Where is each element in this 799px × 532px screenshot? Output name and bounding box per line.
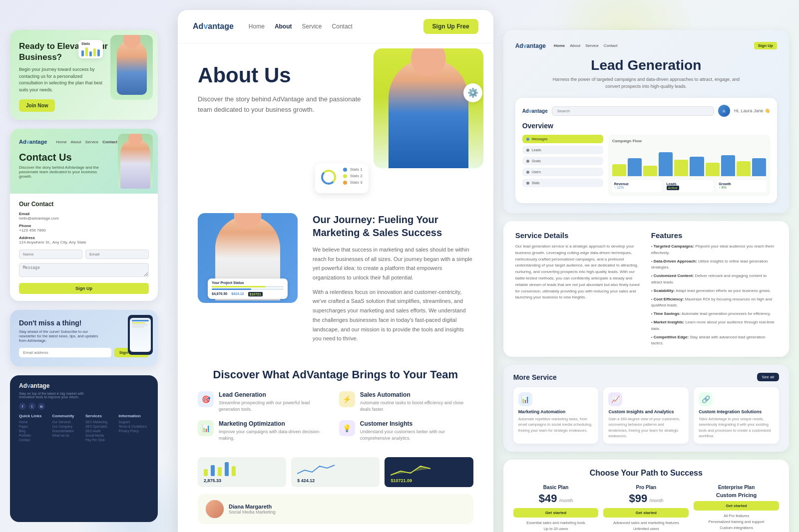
footer-link-privacy[interactable]: Privacy Policy xyxy=(119,429,149,433)
footer-link-blog[interactable]: Blog xyxy=(19,429,49,433)
feature-insights-name: Customer Insights xyxy=(360,420,473,427)
footer-link-pay-per-click[interactable]: Pay Per Click xyxy=(85,438,116,442)
center-nav-links: Home About Service Contact xyxy=(249,23,353,30)
dashboard-bar-2 xyxy=(212,288,284,290)
dashboard-search-input[interactable] xyxy=(552,106,714,116)
journey-section: Your Project Status $4,870.50 $424.12 $1… xyxy=(178,203,493,358)
sidebar-dot-goals xyxy=(526,160,529,163)
lead-gen-nav-contact[interactable]: Contact xyxy=(604,43,618,48)
bar-8 xyxy=(721,155,735,176)
footer-link-contact[interactable]: Contact xyxy=(19,438,49,442)
footer-link-our-services[interactable]: Our Services xyxy=(52,420,83,424)
address-detail: Address 124 Anywhere St., Any City, Any … xyxy=(19,236,149,245)
dashboard-chart-area: Campaign Flow xyxy=(608,135,770,196)
footer-link-documentation[interactable]: Documentation xyxy=(52,429,83,433)
contact-submit-btn[interactable]: Sign Up xyxy=(19,283,149,294)
journey-dashboard-card: Your Project Status $4,870.50 $424.12 $1… xyxy=(208,278,288,299)
center-column: Advantage Home About Service Contact Sig… xyxy=(178,10,493,532)
center-nav-about[interactable]: About xyxy=(275,23,292,30)
lead-gen-nav-home[interactable]: Home xyxy=(554,43,565,48)
lead-gen-subtitle: Harness the power of targeted campaigns … xyxy=(546,76,746,90)
footer-link-seo-audit[interactable]: SEO Audit xyxy=(85,429,116,433)
bar-3 xyxy=(643,166,657,176)
phone-value: +123 456 7890 xyxy=(19,228,149,233)
see-all-button[interactable]: See all xyxy=(757,373,779,381)
sidebar-goals[interactable]: Goals xyxy=(522,157,603,165)
nav-contact-active[interactable]: Contact xyxy=(102,140,117,144)
dashboard-logo: Advantage xyxy=(522,108,548,114)
lead-gen-logo: Advantage xyxy=(515,42,546,49)
footer-link-social-media[interactable]: Social Media xyxy=(85,434,116,437)
dashboard-stat-2: $424.12 xyxy=(231,292,244,296)
contact-nav-links: Home About Service Contact xyxy=(56,140,117,144)
footer-link-home[interactable]: Home xyxy=(19,420,49,424)
more-service-title: More Service xyxy=(513,373,557,381)
social-linkedin-icon[interactable]: in xyxy=(38,403,45,410)
center-signup-button[interactable]: Sign Up Free xyxy=(423,19,478,34)
newsletter-email-input[interactable] xyxy=(19,348,111,357)
footer-link-support[interactable]: Support xyxy=(119,420,149,424)
footer-link-what-we-do[interactable]: What we do xyxy=(52,434,83,437)
feature-7: • Market Insights: Learn more about your… xyxy=(651,319,777,332)
dashboard-overview-title: Overview xyxy=(522,122,770,130)
footer-link-portfolio[interactable]: Portfolio xyxy=(19,434,49,437)
lead-gen-signup-btn[interactable]: Sign Up xyxy=(754,42,777,49)
journey-title: Our Journey: Fueling Your Marketing & Sa… xyxy=(313,213,473,239)
footer-info-title: Information xyxy=(119,414,149,418)
footer-quick-links-title: Quick Links xyxy=(19,414,49,418)
feature-lead-gen: 🎯 Lead Generation Streamline prospecting… xyxy=(198,391,332,413)
center-nav-home[interactable]: Home xyxy=(249,23,265,30)
dashboard-bars xyxy=(612,146,766,176)
sidebar-leads[interactable]: Leads xyxy=(522,146,603,154)
contact-card: Advantage Home About Service Contact Sig… xyxy=(10,129,158,301)
footer-link-terms[interactable]: Terms & Conditions xyxy=(119,425,149,428)
feature-lead-gen-name: Lead Generation xyxy=(219,391,332,398)
pro-feature-2: Unlimited users xyxy=(603,527,689,531)
contact-email-input[interactable] xyxy=(85,250,149,259)
journey-dashboard-title: Your Project Status xyxy=(212,281,284,284)
sidebar-stats[interactable]: Stats xyxy=(522,179,603,187)
social-twitter-icon[interactable]: t xyxy=(28,403,35,410)
sidebar-messages[interactable]: Messages xyxy=(522,135,603,143)
address-value: 124 Anywhere St., Any City, Any State xyxy=(19,240,149,245)
contact-message-textarea[interactable] xyxy=(19,263,149,277)
footer-link-our-company[interactable]: Our Company xyxy=(52,425,83,428)
footer-link-seo-specialist[interactable]: SEO Specialist xyxy=(85,425,116,428)
lead-gen-nav-links: Home About Service Contact xyxy=(554,43,617,48)
footer-logo: Advantage xyxy=(19,382,149,389)
about-text: Discover the story behind AdVantage and … xyxy=(198,94,368,115)
footer-link-pages[interactable]: Pages xyxy=(19,425,49,428)
feature-lead-gen-desc: Streamline prospecting with our powerful… xyxy=(219,400,332,413)
footer-information: Information Support Terms & Conditions P… xyxy=(119,414,149,443)
pricing-columns: Basic Plan $49 /month Get started Essent… xyxy=(513,485,779,532)
pro-get-started-btn[interactable]: Get started xyxy=(603,508,689,518)
chart-mini: Stats xyxy=(78,40,103,58)
enterprise-get-started-btn[interactable]: Get started xyxy=(694,501,779,511)
lead-gen-navbar: Advantage Home About Service Contact Sig… xyxy=(515,42,777,49)
features-title: Features xyxy=(651,231,777,240)
footer-link-seo-marketing[interactable]: SEO Marketing xyxy=(85,420,116,424)
our-contact-label: Our Contact xyxy=(19,201,149,208)
center-nav-contact[interactable]: Contact xyxy=(332,23,353,30)
nav-about[interactable]: About xyxy=(71,140,81,144)
nav-home[interactable]: Home xyxy=(56,140,66,144)
footer-community: Community Our Services Our Company Docum… xyxy=(52,414,83,443)
stat-row-3: Stats 3 xyxy=(343,180,363,185)
stat-users-value: $ 424.12 xyxy=(297,478,374,483)
pro-period: /month xyxy=(650,498,664,503)
lead-gen-nav-service[interactable]: Service xyxy=(585,43,599,48)
phone-label: Phone xyxy=(19,224,149,228)
center-nav-service[interactable]: Service xyxy=(302,23,322,30)
join-now-button[interactable]: Join Now xyxy=(19,99,55,112)
dashboard-grid: Messages Leads Goals Users xyxy=(522,135,770,196)
lead-gen-nav-about[interactable]: About xyxy=(570,43,580,48)
social-facebook-icon[interactable]: f xyxy=(19,403,26,410)
contact-subtitle: Discover the story behind AdVantage and … xyxy=(19,165,104,179)
sidebar-users[interactable]: Users xyxy=(522,168,603,176)
basic-feature-1: Essential sales and marketing tools xyxy=(513,521,599,525)
basic-get-started-btn[interactable]: Get started xyxy=(513,508,599,518)
contact-name-input[interactable] xyxy=(19,250,82,259)
pricing-title: Choose Your Path to Success xyxy=(513,469,779,478)
features-grid: 🎯 Lead Generation Streamline prospecting… xyxy=(198,391,473,442)
nav-service[interactable]: Service xyxy=(85,140,99,144)
